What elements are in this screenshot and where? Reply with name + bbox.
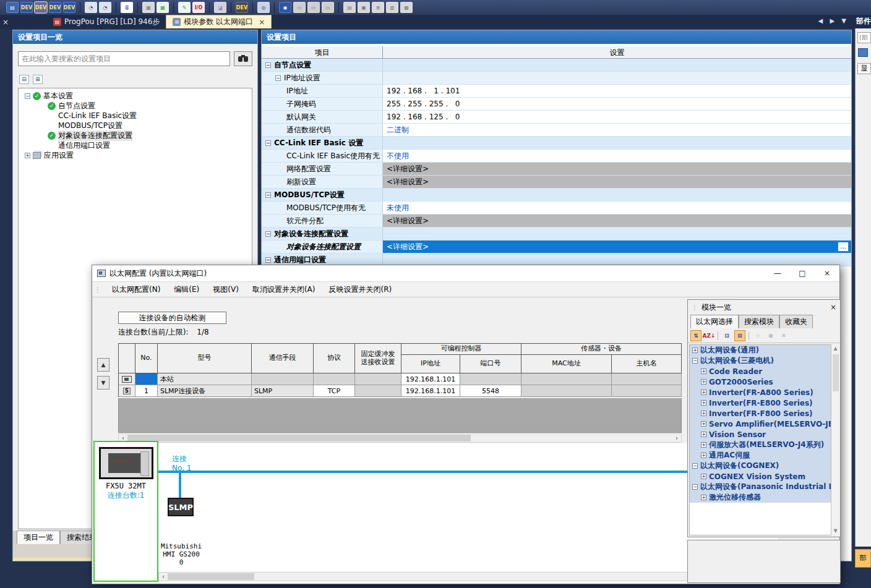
eraser-icon[interactable]: ◪ [214, 2, 226, 13]
device-block-icon[interactable]: DEV [49, 2, 61, 13]
module-tree-item[interactable]: +GOT2000Series [690, 377, 831, 387]
collapse-icon[interactable]: − [692, 358, 698, 364]
device-cell-icon[interactable]: S [119, 385, 135, 397]
setting-row[interactable]: MODBUS/TCP使用有无未使用 [262, 202, 851, 215]
network-hscrollbar[interactable]: ‹ › [158, 572, 777, 581]
setting-tree-item[interactable]: 通信用端口设置 [19, 140, 252, 150]
setting-row-value[interactable]: 192 . 168 . 125 . 0 [383, 111, 851, 123]
expand-icon[interactable]: + [701, 421, 706, 427]
expand-icon[interactable]: + [701, 379, 706, 385]
setting-row[interactable]: IP地址192 . 168 . 1 . 101 [262, 85, 851, 98]
device-cell-icon[interactable] [119, 373, 135, 385]
setting-row[interactable]: −MODBUS/TCP设置 [262, 189, 851, 202]
module-tree-item[interactable]: +Inverter(FR-F800 Series) [690, 408, 831, 419]
device-batch-icon[interactable]: DEV [63, 2, 75, 13]
setting-row[interactable]: −对象设备连接配置设置 [262, 228, 851, 241]
tab-item-list[interactable]: 项目一览 [17, 530, 60, 544]
setting-row[interactable]: 子网掩码255 . 255 . 255 . 0 [262, 98, 851, 111]
expand-icon[interactable]: + [701, 390, 706, 395]
module-tree-item[interactable]: −以太网设备(COGNEX) [690, 461, 831, 471]
device-cell-ip[interactable]: 192.168.1.101 [401, 373, 460, 385]
device-cell-model[interactable]: SLMP连接设备 [158, 385, 252, 397]
setting-row-value[interactable] [383, 228, 851, 240]
module-tree-scrollbar[interactable]: ▲ ▼ [831, 344, 839, 535]
tab-scroll-arrows[interactable]: ◀ ▶ ▼ [818, 17, 849, 24]
scrollbar-thumb[interactable] [168, 573, 254, 580]
collapse-icon[interactable]: − [692, 463, 698, 469]
module-tab-1[interactable]: 以太网选择 [690, 315, 739, 328]
menu-item[interactable]: 以太网配置(N) [105, 282, 167, 297]
setting-row[interactable]: −自节点设置 [262, 59, 851, 72]
device-display-active-icon[interactable]: DEV [35, 2, 47, 13]
part-vertical-tab[interactable]: 部 [855, 549, 871, 568]
expand-tree-icon[interactable]: ⊞ [734, 330, 745, 341]
browse-button[interactable]: ... [838, 242, 849, 252]
write-check-icon[interactable]: ✎ [178, 2, 191, 13]
device-cell-buffer[interactable] [355, 385, 401, 397]
setting-tree-item[interactable]: ✓自节点设置 [19, 101, 252, 111]
setting-search-input[interactable]: 在此输入要搜索的设置项目 [18, 51, 230, 66]
tab-close-icon[interactable]: × [259, 18, 265, 27]
device-cell-buffer[interactable] [355, 373, 401, 385]
tab-progpou[interactable]: ▤ ProgPou [PRG] [LD] 946步 [47, 15, 166, 28]
move-up-button[interactable]: ▲ [97, 358, 109, 372]
module-tree-item[interactable]: +Code Reader [690, 366, 831, 377]
add-favorite-icon[interactable]: ⊕ [765, 330, 776, 341]
menubar-drag-handle[interactable]: ⋮ [95, 286, 100, 293]
scrollbar-thumb[interactable] [833, 354, 839, 391]
auto-detect-button[interactable]: 连接设备的自动检测 [118, 312, 226, 324]
device-cell-comm[interactable] [252, 373, 314, 385]
module-tree-item[interactable]: +COGNEX Vision System [690, 471, 831, 482]
module-tree-item[interactable]: +Servo Amplifier(MELSERVO-JE S [690, 419, 831, 429]
print-icon[interactable]: ▦ [400, 2, 413, 13]
sort-az-icon[interactable]: AZ↓ [703, 330, 714, 341]
setting-row[interactable]: 网络配置设置<详细设置> [262, 163, 851, 176]
module-tree-item[interactable]: +Vision Sensor [690, 429, 831, 440]
dialog-titlebar[interactable]: 以太网配置 (内置以太网端口) — □ × [92, 265, 839, 281]
minimize-button[interactable]: — [765, 265, 790, 281]
setting-row[interactable]: 刷新设置<详细设置> [262, 176, 851, 189]
setting-row[interactable]: −IP地址设置 [262, 72, 851, 85]
user-lib-icon[interactable]: ▥ [386, 2, 398, 13]
device-cell-port[interactable] [460, 373, 521, 385]
setting-row-value[interactable] [383, 254, 851, 266]
module-tree-item[interactable]: +通用AC伺服 [690, 450, 831, 461]
collapse-icon[interactable]: − [265, 192, 271, 198]
setting-row-value[interactable]: 255 . 255 . 255 . 0 [383, 98, 851, 110]
module-tree-item[interactable]: +Inverter(FR-E800 Series) [690, 398, 831, 408]
project-view-icon[interactable]: ▤ [6, 2, 19, 13]
station-panel[interactable]: FX5U 32MT 连接台数:1 [93, 441, 158, 582]
collapse-icon[interactable]: − [265, 257, 271, 263]
maximize-button[interactable]: □ [790, 265, 815, 281]
setting-tree-item[interactable]: MODBUS/TCP设置 [19, 121, 252, 130]
expand-icon[interactable]: + [701, 411, 706, 416]
delete-icon[interactable]: ✕ [778, 330, 789, 341]
expand-icon[interactable]: + [701, 474, 706, 479]
setting-row-value[interactable] [383, 59, 851, 71]
setting-row-value[interactable]: <详细设置> [383, 215, 851, 227]
stack-icon[interactable]: ≡ [372, 2, 384, 13]
device-cell-mac[interactable] [521, 385, 612, 397]
device-cell-mac[interactable] [521, 373, 612, 385]
menu-item[interactable]: 取消设置并关闭(A) [246, 282, 322, 297]
device-cell-no[interactable] [135, 373, 158, 385]
device-display-icon[interactable]: DEV [20, 2, 33, 13]
scroll-up-icon[interactable]: ▲ [831, 344, 839, 353]
search-button[interactable] [234, 51, 252, 66]
device-monitor-icon[interactable]: DEV [236, 2, 248, 13]
device-cell-no[interactable]: 1 [135, 385, 158, 397]
scroll-left-icon[interactable]: ‹ [159, 573, 168, 580]
expand-icon[interactable]: + [701, 400, 706, 406]
screen-split-icon[interactable]: ▭ [322, 2, 334, 13]
form-gray-icon[interactable]: ▦ [142, 2, 155, 13]
watch-gauge-icon[interactable]: ◔ [85, 2, 97, 13]
setting-row[interactable]: 对象设备连接配置设置<详细设置>... [262, 241, 851, 254]
module-tree-item[interactable]: −以太网设备(Panasonic Industrial De [690, 482, 831, 492]
expand-icon[interactable]: + [701, 453, 706, 458]
setting-row[interactable]: −CC-Link IEF Basic 设置 [262, 137, 851, 150]
expand-all-icon[interactable]: ⊞ [33, 75, 43, 84]
setting-tree-item[interactable]: +应用设置 [19, 150, 252, 160]
module-tree-item[interactable]: +Inverter(FR-A800 Series) [690, 387, 831, 398]
device-cell-model[interactable]: 本站 [158, 373, 252, 385]
device-cell-proto[interactable]: TCP [314, 385, 355, 397]
